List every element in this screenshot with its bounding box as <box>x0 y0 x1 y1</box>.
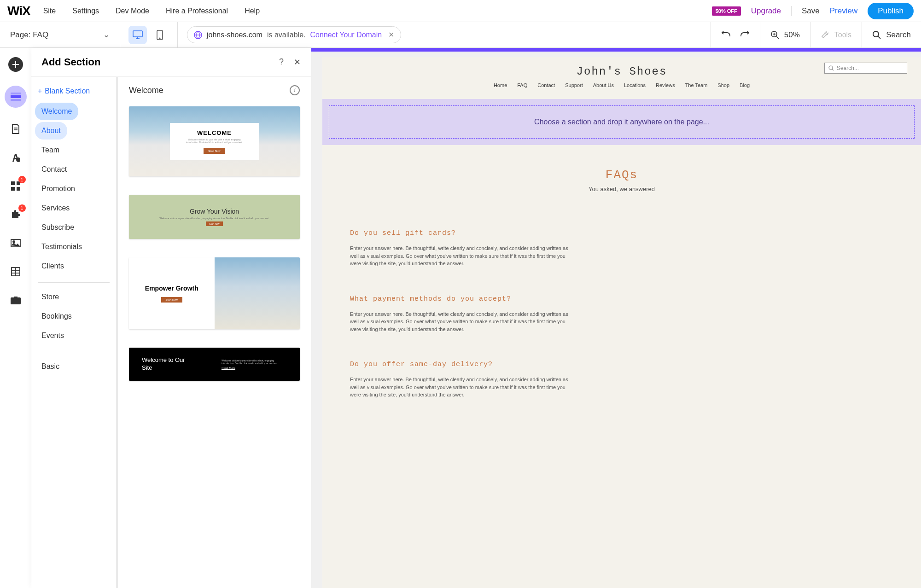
nav-support[interactable]: Support <box>565 82 583 88</box>
svg-point-4 <box>159 38 160 39</box>
close-button[interactable]: ✕ <box>294 57 301 67</box>
section-dropzone[interactable]: Choose a section and drop it anywhere on… <box>329 105 915 139</box>
faq-answer[interactable]: Enter your answer here. Be thoughtful, w… <box>350 376 571 399</box>
domain-name[interactable]: johns-shoes.com <box>207 31 262 39</box>
category-bookings[interactable]: Bookings <box>35 308 78 325</box>
main: 1 1 Add Section ? ✕ + Bl <box>0 48 921 588</box>
offer-badge[interactable]: 50% OFF <box>712 6 741 16</box>
publish-button[interactable]: Publish <box>868 3 914 19</box>
briefcase-icon <box>11 296 21 304</box>
nav-settings[interactable]: Settings <box>72 7 99 15</box>
faq-answer[interactable]: Enter your answer here. Be thoughtful, w… <box>350 245 571 268</box>
blank-section-link[interactable]: + Blank Section <box>35 83 112 99</box>
faq-item[interactable]: Do you sell gift cards? Enter your answe… <box>350 229 571 268</box>
addons-button[interactable]: 1 <box>8 207 23 222</box>
faq-question[interactable]: Do you offer same-day delivery? <box>350 361 571 368</box>
category-events[interactable]: Events <box>35 327 70 344</box>
svg-rect-16 <box>11 93 21 94</box>
category-basic[interactable]: Basic <box>35 358 66 375</box>
save-button[interactable]: Save <box>802 6 820 16</box>
connect-domain-link[interactable]: Connect Your Domain <box>310 31 382 39</box>
design-button[interactable] <box>8 150 23 165</box>
svg-rect-17 <box>11 95 21 98</box>
faq-item[interactable]: What payment methods do you accept? Ente… <box>350 295 571 333</box>
faq-subtitle[interactable]: You asked, we answered <box>350 186 893 192</box>
preview-button: Start Now <box>206 221 223 226</box>
svg-point-32 <box>829 66 833 70</box>
category-contact[interactable]: Contact <box>35 161 73 178</box>
panel-header: Add Section ? ✕ <box>31 48 311 77</box>
pages-button[interactable] <box>8 122 23 136</box>
close-icon[interactable]: ✕ <box>388 30 394 39</box>
nav-faq[interactable]: FAQ <box>517 82 527 88</box>
section-preview-3[interactable]: Empower Growth Start Now <box>129 257 300 329</box>
section-preview-4[interactable]: Welcome to Our Site Welcome visitors to … <box>129 348 300 381</box>
mobile-view-button[interactable] <box>151 26 169 44</box>
category-welcome[interactable]: Welcome <box>35 103 78 120</box>
wix-logo[interactable]: WiX <box>7 4 30 18</box>
category-promotion[interactable]: Promotion <box>35 180 82 198</box>
preview-title: Welcome to Our Site <box>142 356 192 372</box>
left-rail: 1 1 <box>0 48 31 588</box>
chevron-down-icon: ⌄ <box>103 30 110 40</box>
business-button[interactable] <box>8 293 23 308</box>
category-team[interactable]: Team <box>35 141 66 159</box>
nav-team[interactable]: The Team <box>685 82 708 88</box>
upgrade-link[interactable]: Upgrade <box>751 6 781 16</box>
content-button[interactable] <box>8 264 23 279</box>
faq-item[interactable]: Do you offer same-day delivery? Enter yo… <box>350 361 571 399</box>
preview-title: WELCOME <box>183 129 246 136</box>
apps-button[interactable]: 1 <box>8 179 23 193</box>
nav-locations[interactable]: Locations <box>624 82 646 88</box>
section-preview-2[interactable]: Grow Your Vision Welcome visitors to you… <box>129 195 300 239</box>
svg-rect-0 <box>133 31 142 37</box>
nav-help[interactable]: Help <box>245 7 260 15</box>
category-services[interactable]: Services <box>35 199 76 217</box>
grid-icon <box>11 267 20 276</box>
info-button[interactable]: i <box>290 85 300 95</box>
site-search-box[interactable]: Search... <box>824 63 907 74</box>
help-button[interactable]: ? <box>279 57 284 67</box>
redo-button[interactable] <box>740 30 750 40</box>
undo-button[interactable] <box>721 30 731 40</box>
section-preview-1[interactable]: WELCOME Welcome visitors to your site wi… <box>129 106 300 176</box>
nav-about[interactable]: About Us <box>593 82 614 88</box>
site-preview[interactable]: John's Shoes Search... Home FAQ Contact … <box>322 57 921 588</box>
search-button[interactable]: Search <box>862 22 921 47</box>
nav-home[interactable]: Home <box>494 82 507 88</box>
nav-blog[interactable]: Blog <box>740 82 750 88</box>
tools-button[interactable]: Tools <box>810 22 862 47</box>
nav-site[interactable]: Site <box>43 7 56 15</box>
nav-shop[interactable]: Shop <box>717 82 729 88</box>
preview-title: Grow Your Vision <box>190 208 239 215</box>
domain-banner: johns-shoes.com is available. Connect Yo… <box>187 26 401 43</box>
nav-reviews[interactable]: Reviews <box>656 82 675 88</box>
category-testimonials[interactable]: Testimonials <box>35 238 88 256</box>
faq-question[interactable]: What payment methods do you accept? <box>350 295 571 303</box>
category-clients[interactable]: Clients <box>35 257 70 275</box>
preview-button: Start Now <box>204 148 225 154</box>
nav-contact[interactable]: Contact <box>537 82 555 88</box>
nav-devmode[interactable]: Dev Mode <box>116 7 149 15</box>
divider <box>38 352 110 352</box>
media-button[interactable] <box>8 236 23 250</box>
faq-question[interactable]: Do you sell gift cards? <box>350 229 571 237</box>
undo-redo-group <box>711 30 760 40</box>
page-dropdown[interactable]: Page: FAQ ⌄ <box>0 30 120 40</box>
zoom-control[interactable]: 50% <box>760 22 810 47</box>
sections-button[interactable] <box>5 86 27 108</box>
sections-icon <box>11 93 21 101</box>
preview-button[interactable]: Preview <box>830 6 857 16</box>
faq-answer[interactable]: Enter your answer here. Be thoughtful, w… <box>350 310 571 333</box>
add-button[interactable] <box>8 57 23 72</box>
nav-hire[interactable]: Hire a Professional <box>166 7 228 15</box>
device-toggle <box>120 26 177 44</box>
desktop-view-button[interactable] <box>128 26 147 44</box>
dropzone-wrap: Choose a section and drop it anywhere on… <box>322 99 921 145</box>
category-about[interactable]: About <box>35 122 67 140</box>
category-subscribe[interactable]: Subscribe <box>35 219 81 236</box>
page-icon <box>12 124 20 134</box>
faq-section[interactable]: FAQs You asked, we answered Do you sell … <box>322 145 921 449</box>
category-store[interactable]: Store <box>35 288 65 306</box>
faq-title[interactable]: FAQs <box>350 168 893 182</box>
